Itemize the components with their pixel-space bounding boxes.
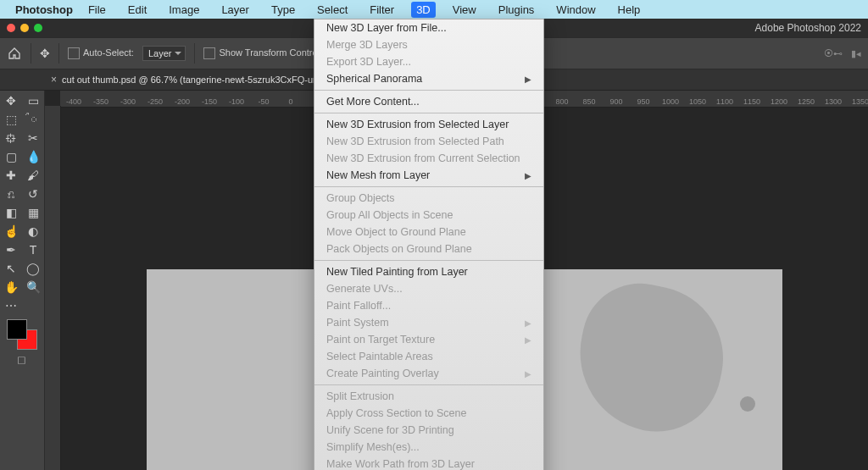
path-select-tool[interactable]: ↖ bbox=[1, 260, 21, 277]
show-transform-label: Show Transform Controls bbox=[219, 47, 324, 58]
minimize-window-icon[interactable] bbox=[20, 24, 29, 32]
close-tab-icon[interactable]: × bbox=[51, 74, 57, 86]
move-tool-indicator-icon[interactable]: ✥ bbox=[40, 47, 50, 60]
clone-tool[interactable]: ⎌ bbox=[1, 185, 21, 202]
crop-tool[interactable]: ✂ bbox=[23, 130, 43, 147]
edit-toolbar[interactable]: ⋯ bbox=[1, 297, 21, 314]
menu-item: Create Painting Overlay▶ bbox=[314, 365, 543, 382]
menu-item: Move Object to Ground Plane bbox=[314, 224, 543, 241]
frame-tool[interactable]: ▢ bbox=[1, 148, 21, 165]
ruler-tick: 1350 bbox=[847, 97, 868, 106]
menu-item: Paint on Target Texture▶ bbox=[314, 331, 543, 348]
menu-edit[interactable]: Edit bbox=[123, 2, 152, 18]
zoom-window-icon[interactable] bbox=[34, 24, 42, 32]
submenu-arrow-icon: ▶ bbox=[525, 171, 531, 180]
menu-window[interactable]: Window bbox=[551, 2, 600, 18]
menu-item[interactable]: New 3D Layer from File... bbox=[314, 19, 543, 36]
menu-file[interactable]: File bbox=[83, 2, 111, 18]
menu-item-label: New 3D Extrusion from Current Selection bbox=[326, 152, 520, 164]
object-select-tool[interactable]: ⯐ bbox=[1, 130, 21, 147]
rect-marquee-tool[interactable]: ⬚ bbox=[1, 111, 21, 128]
menu-item-label: Create Painting Overlay bbox=[326, 368, 439, 379]
menu-layer[interactable]: Layer bbox=[216, 2, 254, 18]
menu-filter[interactable]: Filter bbox=[364, 2, 399, 18]
move-tool[interactable]: ✥ bbox=[1, 92, 21, 109]
menu-item-label: Select Paintable Areas bbox=[326, 351, 433, 362]
mac-menubar: Photoshop File Edit Image Layer Type Sel… bbox=[0, 0, 868, 19]
ruler-vertical[interactable] bbox=[45, 106, 61, 470]
smudge-tool[interactable]: ☝ bbox=[1, 223, 21, 240]
brush-tool[interactable]: 🖌 bbox=[23, 167, 43, 184]
menu-item: Export 3D Layer... bbox=[314, 53, 543, 70]
ruler-tick: -250 bbox=[142, 97, 169, 106]
auto-select-label: Auto-Select: bbox=[83, 47, 134, 58]
type-tool[interactable]: T bbox=[23, 241, 43, 258]
ruler-tick: -100 bbox=[223, 97, 250, 106]
color-swatches[interactable] bbox=[7, 319, 37, 350]
menu-item-label: New 3D Extrusion from Selected Layer bbox=[326, 119, 509, 130]
document-tab[interactable]: × cut out thumb.psd @ 66.7% (tangerine-n… bbox=[51, 74, 327, 86]
menu-item-label: Simplify Mesh(es)... bbox=[326, 441, 420, 453]
ruler-tick: -400 bbox=[60, 97, 87, 106]
healing-tool[interactable]: ✚ bbox=[1, 167, 21, 184]
default-colors-icon[interactable]: ◻ bbox=[17, 353, 27, 363]
zoom-tool[interactable]: 🔍 bbox=[23, 279, 43, 296]
menu-item-label: Move Object to Ground Plane bbox=[326, 226, 466, 238]
traffic-lights bbox=[7, 24, 42, 32]
foreground-swatch[interactable] bbox=[7, 319, 27, 340]
submenu-arrow-icon: ▶ bbox=[525, 335, 531, 345]
menu-item-label: Export 3D Layer... bbox=[326, 56, 411, 68]
home-icon[interactable] bbox=[7, 46, 22, 61]
menu-item[interactable]: Get More Content... bbox=[314, 93, 543, 110]
auto-select-checkbox[interactable]: Auto-Select: bbox=[68, 47, 134, 59]
ruler-tick: 1150 bbox=[738, 97, 765, 106]
history-brush-tool[interactable]: ↺ bbox=[23, 185, 43, 202]
lasso-tool[interactable]: ྀ bbox=[23, 111, 43, 128]
eyedropper-tool[interactable]: 💧 bbox=[23, 148, 43, 165]
menu-item-label: Split Extrusion bbox=[326, 390, 394, 402]
menu-3d[interactable]: 3D bbox=[411, 2, 436, 18]
document-tab-label: cut out thumb.psd @ 66.7% (tangerine-new… bbox=[62, 75, 327, 85]
artboard-tool[interactable]: ▭ bbox=[23, 92, 43, 109]
menu-item-label: New Mesh from Layer bbox=[326, 169, 430, 181]
close-window-icon[interactable] bbox=[7, 24, 15, 32]
camera-icon[interactable]: ▮◂ bbox=[851, 48, 861, 59]
eraser-tool[interactable]: ◧ bbox=[1, 204, 21, 221]
menu-item[interactable]: New Mesh from Layer▶ bbox=[314, 167, 543, 184]
ruler-tick: 1050 bbox=[684, 97, 711, 106]
auto-select-dropdown[interactable]: Layer bbox=[142, 46, 186, 61]
app-name[interactable]: Photoshop bbox=[15, 3, 73, 16]
ruler-tick: 0 bbox=[277, 97, 304, 106]
menu-item: Pack Objects on Ground Plane bbox=[314, 241, 543, 257]
3d-mode-icon[interactable]: ⦿⊷ bbox=[824, 48, 843, 59]
menu-item[interactable]: New 3D Extrusion from Selected Layer bbox=[314, 116, 543, 133]
menu-item[interactable]: New Tiled Painting from Layer bbox=[314, 263, 543, 280]
ruler-tick: -50 bbox=[250, 97, 277, 106]
menu-item-label: Make Work Path from 3D Layer bbox=[326, 458, 475, 470]
separator bbox=[31, 43, 31, 64]
ruler-tick: 1200 bbox=[765, 97, 793, 106]
rectangle-tool[interactable]: ◯ bbox=[23, 260, 43, 277]
menu-item: Generate UVs... bbox=[314, 280, 543, 297]
menu-view[interactable]: View bbox=[448, 2, 481, 18]
ruler-tick: 800 bbox=[548, 97, 576, 106]
pen-tool[interactable]: ✒ bbox=[1, 241, 21, 258]
menu-item: Group All Objects in Scene bbox=[314, 207, 543, 224]
show-transform-checkbox[interactable]: Show Transform Controls bbox=[203, 47, 324, 59]
hand-tool[interactable]: ✋ bbox=[1, 279, 21, 296]
menu-item: New 3D Extrusion from Selected Path bbox=[314, 133, 543, 150]
menu-item-label: New 3D Layer from File... bbox=[326, 22, 447, 34]
menu-item-label: Generate UVs... bbox=[326, 283, 403, 295]
tool-slot bbox=[23, 297, 43, 314]
menu-select[interactable]: Select bbox=[312, 2, 353, 18]
menu-help[interactable]: Help bbox=[613, 2, 646, 18]
menu-item[interactable]: Spherical Panorama▶ bbox=[314, 70, 543, 87]
menu-type[interactable]: Type bbox=[266, 2, 300, 18]
menu-image[interactable]: Image bbox=[164, 2, 204, 18]
menu-item-label: Get More Content... bbox=[326, 96, 420, 108]
dodge-tool[interactable]: ◐ bbox=[23, 223, 43, 240]
gradient-tool[interactable]: ▦ bbox=[23, 204, 43, 221]
menu-item-label: Pack Objects on Ground Plane bbox=[326, 243, 472, 255]
menu-plugins[interactable]: Plugins bbox=[493, 2, 540, 18]
menu-item: Paint Falloff... bbox=[314, 297, 543, 314]
